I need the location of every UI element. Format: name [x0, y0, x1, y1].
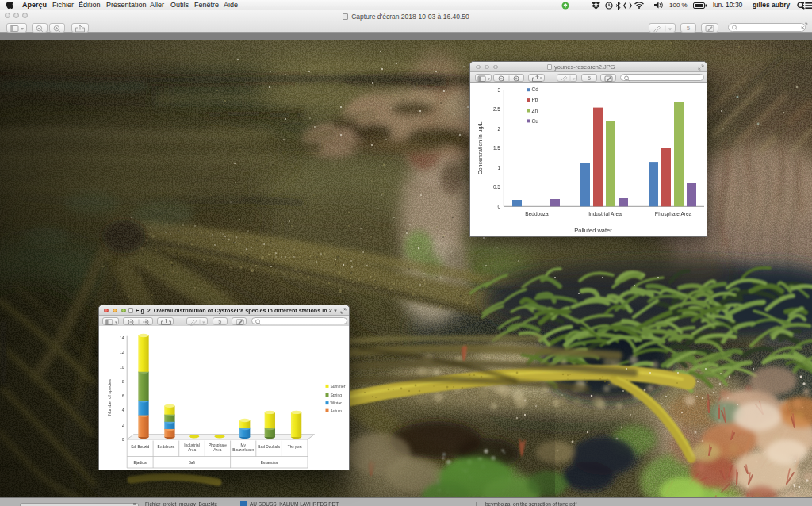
svg-text:Safi: Safi — [189, 461, 195, 465]
svg-text:Area: Area — [188, 448, 196, 452]
svg-text:Phosphate Area: Phosphate Area — [655, 211, 692, 217]
svg-text:Concentration in µg/L: Concentration in µg/L — [477, 122, 484, 175]
svg-text:12: 12 — [120, 350, 124, 355]
svg-text:Pb: Pb — [532, 97, 538, 102]
svg-text:Industrial Area: Industrial Area — [588, 211, 622, 217]
svg-text:Ejadida: Ejadida — [134, 461, 147, 465]
svg-text:8: 8 — [122, 379, 124, 384]
svg-text:10: 10 — [120, 365, 124, 370]
svg-text:The port: The port — [288, 445, 303, 449]
svg-text:Winter: Winter — [331, 401, 343, 405]
svg-text:Phosphate: Phosphate — [209, 443, 227, 447]
svg-text:6: 6 — [122, 393, 124, 398]
svg-text:Bouzerktoun: Bouzerktoun — [232, 448, 254, 452]
svg-text:Beddouza: Beddouza — [525, 211, 549, 217]
svg-text:14: 14 — [120, 335, 124, 340]
svg-text:Autum: Autum — [331, 408, 342, 413]
svg-text:Number of species: Number of species — [107, 379, 112, 416]
svg-text:Polluted water: Polluted water — [574, 227, 612, 234]
svg-text:0.5: 0.5 — [493, 184, 500, 190]
svg-text:Cd: Cd — [532, 86, 539, 92]
svg-text:Beddouza: Beddouza — [158, 445, 175, 449]
svg-text:4: 4 — [122, 408, 124, 412]
svg-text:1.5: 1.5 — [493, 145, 500, 151]
svg-text:0: 0 — [497, 204, 500, 209]
svg-text:1: 1 — [497, 165, 500, 171]
svg-text:Industrial: Industrial — [184, 443, 199, 447]
svg-text:2: 2 — [497, 126, 500, 132]
svg-text:3: 3 — [497, 87, 500, 93]
svg-text:2.5: 2.5 — [493, 106, 500, 112]
svg-text:Essaouira: Essaouira — [261, 461, 278, 465]
svg-text:My: My — [240, 443, 246, 447]
svg-text:Cu: Cu — [532, 118, 539, 124]
svg-text:Bad Doukala: Bad Doukala — [258, 445, 280, 449]
svg-text:Area: Area — [213, 448, 221, 452]
svg-text:Zn: Zn — [532, 108, 538, 113]
svg-text:0: 0 — [122, 437, 124, 442]
svg-text:Summer: Summer — [331, 384, 346, 389]
svg-text:Sdi Bouzid: Sdi Bouzid — [131, 445, 149, 449]
svg-text:Spring: Spring — [331, 393, 343, 397]
svg-text:2: 2 — [122, 423, 124, 427]
